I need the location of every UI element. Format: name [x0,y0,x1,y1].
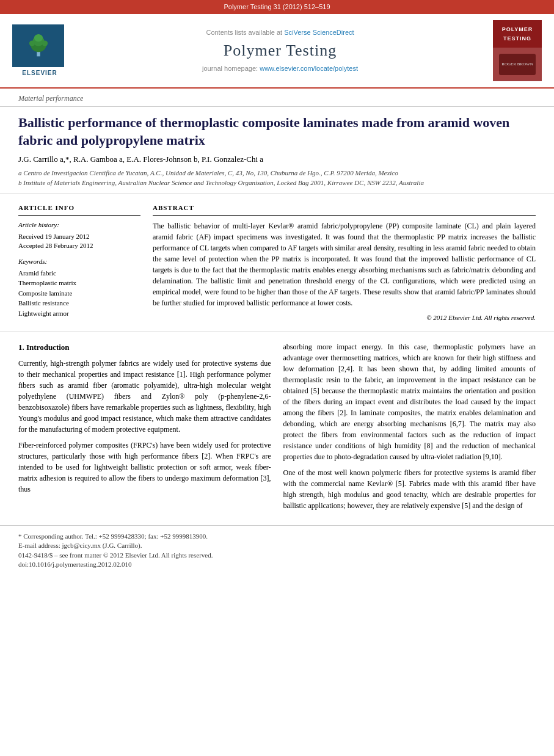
article-info-col: ARTICLE INFO Article history: Received 1… [18,203,140,322]
keyword-2: Thermoplastic matrix [18,278,140,288]
keywords-title: Keywords: [18,257,140,266]
article-title: Ballistic performance of thermoplastic c… [18,114,536,149]
svg-point-3 [34,34,42,42]
article-title-area: Ballistic performance of thermoplastic c… [0,107,554,194]
keyword-3: Composite laminate [18,289,140,298]
svg-point-5 [42,40,48,46]
keyword-1: Aramid fabric [18,269,140,278]
journal-citation: Polymer Testing 31 (2012) 512–519 [224,3,330,10]
body-section: 1. Introduction Currently, high-strength… [0,332,554,525]
article-info-heading: ARTICLE INFO [18,203,140,215]
history-label: Article history: [18,220,140,230]
keyword-5: Lightweight armor [18,309,140,318]
abstract-copyright: © 2012 Elsevier Ltd. All rights reserved… [153,313,536,322]
accepted-date: Accepted 28 February 2012 [18,241,140,250]
elsevier-logo-box [12,24,64,67]
abstract-text: The ballistic behavior of multi-layer Ke… [153,220,536,308]
corresponding-author: * Corresponding author. Tel.: +52 999942… [18,532,536,541]
body-left-para-2: Fiber-reinforced polymer composites (FRP… [18,440,271,495]
keyword-4: Ballistic resistance [18,299,140,308]
polymer-testing-badge: POLYMERTESTING ROGER BROWN [493,20,542,81]
svg-point-4 [29,40,34,46]
doi: doi:10.1016/j.polymertesting.2012.02.010 [18,560,536,569]
sciverse-anchor[interactable]: SciVerse ScienceDirect [284,29,354,36]
article-affiliation-a: a Centro de Investigacion Cientifica de … [18,169,536,178]
journal-header: ELSEVIER Contents lists available at Sci… [0,14,554,89]
body-right-para-1: absorbing more impact energy. In this ca… [283,341,536,462]
body-right-para-2: One of the most well known polymeric fib… [283,467,536,511]
badge-image: ROGER BROWN [493,48,542,81]
article-authors: J.G. Carrillo a,*, R.A. Gamboa a, E.A. F… [18,154,536,165]
abstract-col: ABSTRACT The ballistic behavior of multi… [153,203,536,322]
badge-title: POLYMERTESTING [493,20,542,48]
journal-title-area: Contents lists available at SciVerse Sci… [79,28,481,74]
abstract-heading: ABSTRACT [153,203,536,215]
footnote-area: * Corresponding author. Tel.: +52 999942… [0,525,554,576]
journal-title: Polymer Testing [79,40,481,62]
article-affiliation-b: b Institute of Materials Engineering, Au… [18,178,536,187]
section1-title: 1. Introduction [18,341,271,354]
body-left-col: 1. Introduction Currently, high-strength… [18,341,271,516]
issn: 0142-9418/$ – see front matter © 2012 El… [18,551,536,560]
journal-homepage: journal homepage: www.elsevier.com/locat… [79,64,481,73]
journal-citation-bar: Polymer Testing 31 (2012) 512–519 [0,0,554,14]
keywords-list: Aramid fabric Thermoplastic matrix Compo… [18,269,140,318]
elsevier-tree-icon [26,34,51,58]
elsevier-logo: ELSEVIER [12,24,67,78]
body-left-para-1: Currently, high-strength polymer fabrics… [18,358,271,435]
received-date: Received 19 January 2012 [18,232,140,241]
sciverse-link: Contents lists available at SciVerse Sci… [79,28,481,37]
email-address: E-mail address: jgcb@cicy.mx (J.G. Carri… [18,541,536,550]
article-info-abstract: ARTICLE INFO Article history: Received 1… [0,194,554,332]
body-right-col: absorbing more impact energy. In this ca… [283,341,536,516]
homepage-link[interactable]: www.elsevier.com/locate/polytest [260,65,358,72]
elsevier-label: ELSEVIER [12,69,67,78]
section-label: Material performance [0,89,554,107]
